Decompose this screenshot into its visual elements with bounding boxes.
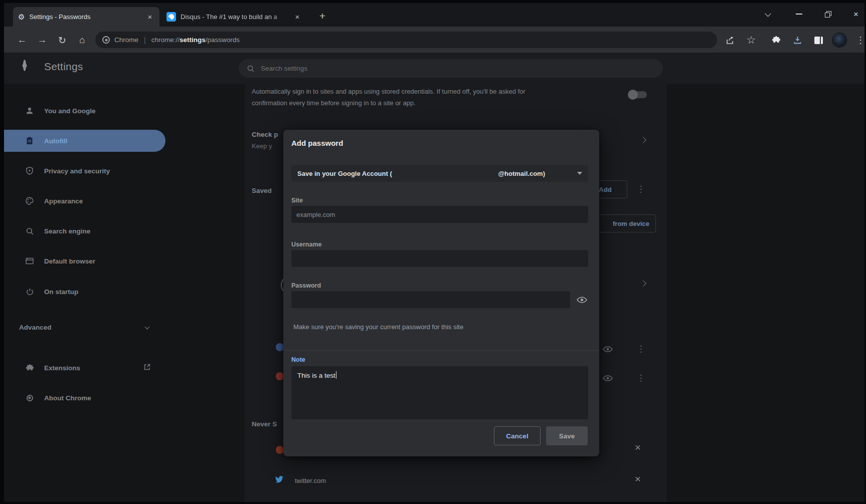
restore-icon xyxy=(825,11,831,18)
reload-button[interactable]: ↻ xyxy=(54,32,70,48)
account-select-prefix: Save in your Google Account ( xyxy=(297,170,392,177)
username-input[interactable] xyxy=(291,250,588,267)
sidebar-item-extensions[interactable]: Extensions xyxy=(4,357,165,379)
kebab-menu-icon[interactable]: ⋮ xyxy=(636,345,646,353)
new-tab-button[interactable]: + xyxy=(315,9,330,24)
password-hint: Make sure you're saving your current pas… xyxy=(293,323,463,331)
account-select-suffix: @hotmail.com) xyxy=(498,170,545,177)
tab-disqus[interactable]: Disqus - The #1 way to build an a × xyxy=(161,7,307,27)
tab-close-icon[interactable]: × xyxy=(293,13,302,22)
bookmark-button[interactable]: ☆ xyxy=(743,32,759,48)
person-icon xyxy=(25,106,34,115)
search-icon xyxy=(247,65,255,73)
auto-signin-description: Automatically sign in to sites and apps … xyxy=(252,88,526,95)
toggle-knob xyxy=(628,90,638,100)
power-icon xyxy=(25,287,34,296)
chevron-right-icon[interactable] xyxy=(640,280,646,287)
star-icon: ☆ xyxy=(747,34,756,46)
check-passwords-sublabel: Keep y xyxy=(252,142,272,150)
shield-icon xyxy=(25,166,34,175)
username-label: Username xyxy=(291,241,321,248)
add-password-dialog: Add password Save in your Google Account… xyxy=(283,130,599,456)
tab-strip: ⚙ Settings - Passwords × Disqus - The #1… xyxy=(4,3,864,27)
sidebar-item-label: Search engine xyxy=(44,227,90,235)
site-favicon xyxy=(276,343,284,351)
chevron-down-icon xyxy=(145,325,150,330)
site-label: Site xyxy=(291,197,303,204)
kebab-menu-icon[interactable]: ⋮ xyxy=(636,374,646,382)
save-button[interactable]: Save xyxy=(546,426,588,445)
url-path: /passwords xyxy=(206,36,240,44)
site-favicon xyxy=(276,372,284,380)
address-bar[interactable]: Chrome | chrome://settings/passwords xyxy=(95,32,717,48)
minimize-button[interactable] xyxy=(787,3,810,25)
search-icon xyxy=(25,226,34,235)
note-text: This is a test xyxy=(297,372,335,379)
saved-passwords-label: Saved xyxy=(252,187,272,194)
sidebar-item-about-chrome[interactable]: About Chrome xyxy=(4,387,165,409)
chevron-right-icon[interactable] xyxy=(640,137,646,143)
tab-settings[interactable]: ⚙ Settings - Passwords × xyxy=(13,7,159,27)
chrome-logo-icon xyxy=(23,60,26,71)
side-panel-icon xyxy=(814,37,823,44)
check-passwords-label: Check p xyxy=(252,131,278,138)
address-app-label: Chrome xyxy=(114,36,138,44)
tab-search-button[interactable] xyxy=(756,3,779,25)
show-password-icon[interactable] xyxy=(602,344,613,357)
sidebar-item-on-startup[interactable]: On startup xyxy=(4,281,165,303)
settings-search[interactable] xyxy=(239,59,663,78)
sidebar-item-label: Privacy and security xyxy=(44,167,110,175)
show-password-icon[interactable] xyxy=(573,291,590,308)
share-icon xyxy=(726,36,735,45)
account-select[interactable]: Save in your Google Account ( @hotmail.c… xyxy=(291,165,588,182)
remove-site-icon[interactable]: × xyxy=(632,473,644,485)
show-password-icon[interactable] xyxy=(602,373,613,386)
close-window-button[interactable]: × xyxy=(844,3,864,25)
extensions-button[interactable] xyxy=(768,32,784,48)
sidebar-item-default-browser[interactable]: Default browser xyxy=(4,250,165,272)
url-scheme: chrome:// xyxy=(151,36,180,44)
divider xyxy=(283,350,599,351)
sidebar-item-label: Advanced xyxy=(19,324,52,331)
forward-button[interactable]: → xyxy=(34,32,50,48)
clipboard-icon xyxy=(25,136,34,145)
sidebar-item-advanced[interactable]: Advanced xyxy=(4,316,165,338)
site-url: twitter.com xyxy=(295,477,326,484)
sidebar-item-privacy[interactable]: Privacy and security xyxy=(4,160,165,182)
download-icon xyxy=(793,36,802,45)
kebab-menu-icon[interactable]: ⋮ xyxy=(636,185,646,193)
home-button[interactable]: ⌂ xyxy=(74,32,90,48)
profile-button[interactable] xyxy=(831,32,847,48)
settings-page: Settings You and Google Autofill Privacy… xyxy=(4,53,864,502)
sidebar-item-label: Appearance xyxy=(44,197,83,205)
side-panel-button[interactable] xyxy=(810,32,826,48)
cancel-button[interactable]: Cancel xyxy=(494,426,541,445)
puzzle-icon xyxy=(25,363,34,372)
sidebar-item-appearance[interactable]: Appearance xyxy=(4,190,165,212)
site-input[interactable] xyxy=(291,206,588,223)
auto-signin-toggle[interactable] xyxy=(629,91,647,98)
back-button[interactable]: ← xyxy=(14,32,30,48)
sidebar-item-label: Default browser xyxy=(44,258,95,265)
sidebar-item-label: About Chrome xyxy=(44,394,91,402)
settings-search-input[interactable] xyxy=(260,64,655,73)
browser-toolbar: ← → ↻ ⌂ Chrome | chrome://settings/passw… xyxy=(4,27,864,53)
sidebar-item-label: On startup xyxy=(44,288,78,296)
browser-menu-button[interactable]: ⋮ xyxy=(852,32,864,48)
restore-button[interactable] xyxy=(816,3,839,25)
remove-site-icon[interactable]: × xyxy=(632,442,644,454)
share-button[interactable] xyxy=(722,32,738,48)
password-input[interactable] xyxy=(291,291,570,308)
note-textarea[interactable]: This is a test xyxy=(291,366,588,419)
gear-icon: ⚙ xyxy=(18,13,25,22)
note-label: Note xyxy=(291,356,305,363)
tab-close-icon[interactable]: × xyxy=(145,13,154,22)
sidebar-item-label: Extensions xyxy=(44,364,80,372)
sidebar-item-autofill[interactable]: Autofill xyxy=(4,130,165,152)
sidebar-item-label: You and Google xyxy=(44,107,96,115)
password-label: Password xyxy=(291,282,321,289)
downloads-button[interactable] xyxy=(789,32,805,48)
sidebar-item-label: Autofill xyxy=(44,137,68,145)
sidebar-item-you-and-google[interactable]: You and Google xyxy=(4,100,165,122)
sidebar-item-search-engine[interactable]: Search engine xyxy=(4,220,165,242)
